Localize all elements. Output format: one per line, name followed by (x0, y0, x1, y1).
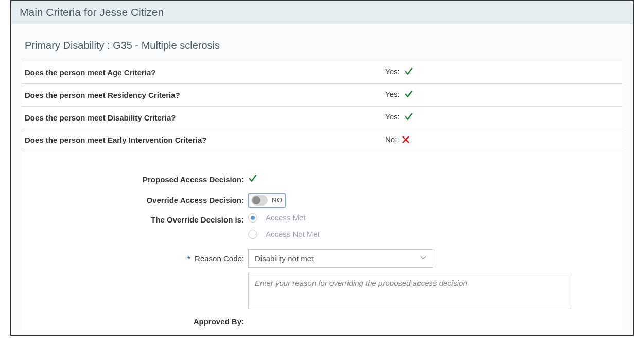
reason-code-label: * Reason Code: (22, 254, 248, 263)
override-reason-placeholder: Enter your reason for overriding the pro… (255, 279, 467, 287)
criteria-question: Does the person meet Residency Criteria? (25, 91, 385, 99)
override-decision-is-row: The Override Decision is: Access Met Acc… (22, 213, 622, 242)
override-decision-is-label: The Override Decision is: (22, 213, 248, 224)
radio-access-not-met[interactable]: Access Not Met (248, 230, 320, 239)
radio-label: Access Not Met (266, 230, 320, 238)
toggle-text: NO (272, 196, 283, 204)
check-icon (404, 90, 413, 100)
reason-code-value: Disability not met (255, 254, 314, 263)
criteria-question: Does the person meet Disability Criteria… (25, 113, 385, 122)
criteria-row-age: Does the person meet Age Criteria? Yes: (22, 61, 622, 84)
override-access-label: Override Access Decision: (22, 196, 248, 204)
panel-header: Main Criteria for Jesse Citizen (11, 1, 633, 24)
override-toggle[interactable]: NO (248, 193, 286, 208)
decision-section: Proposed Access Decision: Override Acces… (22, 151, 622, 330)
radio-access-met[interactable]: Access Met (248, 213, 306, 223)
main-criteria-panel: Main Criteria for Jesse Citizen Primary … (10, 0, 634, 336)
criteria-row-residency: Does the person meet Residency Criteria?… (22, 84, 622, 107)
criteria-answer: No: (385, 135, 410, 145)
approved-by-label: Approved By: (22, 317, 248, 326)
criteria-answer: Yes: (385, 112, 413, 123)
criteria-row-disability: Does the person meet Disability Criteria… (22, 107, 622, 129)
check-icon (404, 67, 413, 78)
reason-text-spacer (22, 273, 248, 275)
criteria-question: Does the person meet Early Intervention … (25, 135, 385, 144)
reason-code-label-text: Reason Code: (195, 254, 244, 263)
criteria-answer: Yes: (385, 90, 413, 100)
proposed-access-label: Proposed Access Decision: (22, 175, 248, 184)
reason-code-select[interactable]: Disability not met (248, 249, 433, 268)
answer-prefix: Yes: (385, 112, 400, 121)
reason-code-row: * Reason Code: Disability not met (22, 249, 622, 268)
radio-icon (248, 230, 257, 239)
panel-title: Main Criteria for Jesse Citizen (20, 6, 164, 18)
override-reason-textarea[interactable]: Enter your reason for overriding the pro… (248, 273, 572, 309)
check-icon (248, 174, 257, 185)
override-decision-options: Access Met Access Not Met (248, 213, 320, 242)
criteria-question: Does the person meet Age Criteria? (25, 68, 385, 77)
toggle-knob (252, 196, 260, 204)
panel-body: Primary Disability : G35 - Multiple scle… (11, 24, 633, 335)
radio-icon (248, 213, 257, 223)
required-star-icon: * (187, 254, 190, 263)
proposed-access-decision-row: Proposed Access Decision: (22, 172, 622, 187)
answer-prefix: No: (385, 135, 397, 144)
check-icon (404, 112, 413, 123)
toggle-track (251, 195, 268, 206)
criteria-row-early-intervention: Does the person meet Early Intervention … (22, 129, 622, 151)
primary-disability: Primary Disability : G35 - Multiple scle… (22, 40, 622, 61)
override-access-decision-row: Override Access Decision: NO (22, 193, 622, 208)
chevron-down-icon (420, 254, 427, 263)
proposed-access-value (248, 174, 257, 185)
reason-text-row: Enter your reason for overriding the pro… (22, 273, 622, 309)
criteria-answer: Yes: (385, 67, 413, 78)
answer-prefix: Yes: (385, 67, 400, 76)
radio-label: Access Met (266, 213, 306, 222)
cross-icon (402, 135, 410, 145)
answer-prefix: Yes: (385, 90, 400, 98)
primary-disability-text: Primary Disability : G35 - Multiple scle… (25, 40, 220, 51)
approved-by-row: Approved By: (22, 314, 622, 330)
